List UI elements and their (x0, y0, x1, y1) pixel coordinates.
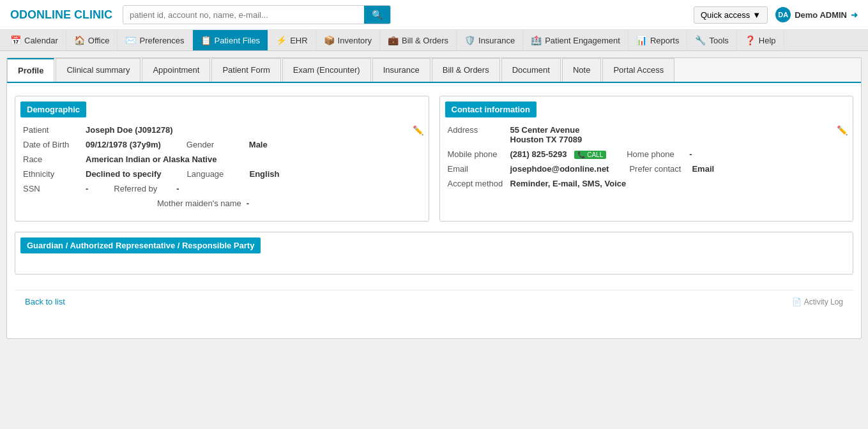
tab-appointment[interactable]: Appointment (142, 58, 210, 82)
dob-label: Date of Birth (23, 140, 80, 149)
mother-maiden-value: - (247, 199, 249, 208)
accept-method-row: Accept method Reminder, E-mail, SMS, Voi… (448, 179, 846, 188)
main-body: Demographic ✏️ Patient Joseph Doe (J0912… (7, 83, 861, 338)
nav-item-patient-files[interactable]: 📋 Patient Files (193, 30, 269, 50)
reports-icon: 📊 (636, 35, 647, 45)
address-line2: Houston TX 77089 (510, 135, 582, 144)
tab-bill-orders[interactable]: Bill & Orders (432, 58, 500, 82)
quick-access-label: Quick access (701, 10, 750, 20)
email-value: josephdoe@odonline.net (510, 164, 609, 174)
race-label: Race (23, 154, 80, 164)
mobile-phone-label: Mobile phone (448, 149, 505, 159)
back-to-list-link[interactable]: Back to list (25, 297, 65, 306)
contact-content: ✏️ Address 55 Center Avenue Houston TX 7… (440, 123, 853, 201)
demographic-header: Demographic (20, 102, 86, 117)
calendar-icon: 📅 (10, 35, 21, 45)
avatar: DA (775, 7, 791, 22)
mother-maiden-row: Mother maiden's name - (23, 199, 421, 208)
language-value: English (249, 169, 279, 179)
guardian-header: Guardian / Authorized Representative / R… (20, 237, 261, 253)
header: ODONLINE CLINIC 🔍 Quick access ▼ DA Demo… (0, 0, 868, 30)
nav-item-tools[interactable]: 🔧 Tools (687, 30, 736, 50)
nav-item-help[interactable]: ❓ Help (737, 30, 784, 50)
ssn-label: SSN (23, 184, 80, 193)
user-info: DA Demo ADMIN ➜ (775, 7, 858, 22)
search-input[interactable] (123, 6, 364, 24)
tab-portal-access[interactable]: Portal Access (602, 58, 674, 82)
home-phone-label: Home phone (627, 149, 684, 159)
ethnicity-label: Ethnicity (23, 169, 80, 179)
gender-label: Gender (187, 140, 244, 149)
inventory-icon: 📦 (324, 35, 335, 45)
content-area: Profile Clinical summary Appointment Pat… (6, 57, 862, 339)
quick-access-button[interactable]: Quick access ▼ (694, 6, 768, 24)
prefer-contact-value: Email (692, 164, 714, 174)
tab-profile[interactable]: Profile (7, 58, 54, 82)
guardian-content (15, 259, 853, 274)
contact-edit-icon[interactable]: ✏️ (837, 125, 848, 135)
prefer-contact-label: Prefer contact (629, 164, 687, 174)
address-label: Address (448, 125, 505, 135)
demographic-section: Demographic ✏️ Patient Joseph Doe (J0912… (15, 96, 429, 222)
referred-by-label: Referred by (114, 184, 171, 193)
accept-method-label: Accept method (448, 179, 505, 188)
accept-method-value: Reminder, E-mail, SMS, Voice (510, 179, 627, 188)
tab-note[interactable]: Note (562, 58, 601, 82)
mobile-home-phone-row: Mobile phone (281) 825-5293 📞 CALL Home … (448, 149, 846, 159)
activity-log-link[interactable]: 📄 Activity Log (792, 297, 843, 306)
bill-icon: 💼 (388, 35, 399, 45)
tab-insurance[interactable]: Insurance (372, 58, 430, 82)
nav-item-reports[interactable]: 📊 Reports (628, 30, 688, 50)
tab-document[interactable]: Document (501, 58, 561, 82)
chevron-down-icon: ▼ (752, 10, 761, 20)
ethnicity-language-row: Ethnicity Declined to specify Language E… (23, 169, 421, 179)
user-name: Demo ADMIN (795, 10, 847, 20)
contact-section: Contact information ✏️ Address 55 Center… (439, 96, 854, 222)
activity-log-icon: 📄 (792, 297, 802, 306)
ehr-icon: ⚡ (276, 35, 287, 45)
gender-value: Male (249, 140, 268, 149)
tools-icon: 🔧 (695, 35, 706, 45)
navbar: 📅 Calendar 🏠 Office ✉️ Preferences 📋 Pat… (0, 30, 868, 51)
language-label: Language (187, 169, 244, 179)
call-badge[interactable]: 📞 CALL (574, 151, 606, 159)
ssn-value: - (86, 184, 88, 193)
tab-patient-form[interactable]: Patient Form (211, 58, 280, 82)
contact-header: Contact information (445, 102, 537, 117)
app-logo: ODONLINE CLINIC (10, 8, 112, 22)
tab-clinical-summary[interactable]: Clinical summary (56, 58, 141, 82)
referred-by-value: - (176, 184, 179, 193)
ethnicity-value: Declined to specify (86, 169, 161, 179)
demographic-content: ✏️ Patient Joseph Doe (J091278) Date of … (15, 123, 429, 221)
help-icon: ❓ (745, 35, 756, 45)
logout-icon[interactable]: ➜ (851, 10, 858, 20)
email-prefer-row: Email josephdoe@odonline.net Prefer cont… (448, 164, 846, 174)
search-bar: 🔍 (123, 5, 391, 24)
search-button[interactable]: 🔍 (364, 6, 390, 24)
nav-item-inventory[interactable]: 📦 Inventory (316, 30, 380, 50)
ssn-field-row: SSN - Referred by - (23, 184, 421, 193)
tab-exam-encounter[interactable]: Exam (Encounter) (282, 58, 371, 82)
dob-gender-row: Date of Birth 09/12/1978 (37y9m) Gender … (23, 140, 421, 149)
tab-bar: Profile Clinical summary Appointment Pat… (7, 58, 861, 83)
nav-item-ehr[interactable]: ⚡ EHR (268, 30, 316, 50)
nav-item-office[interactable]: 🏠 Office (66, 30, 118, 50)
patient-files-icon: 📋 (201, 35, 211, 45)
nav-item-calendar[interactable]: 📅 Calendar (3, 30, 66, 50)
engagement-icon: 🏥 (531, 35, 542, 45)
race-value: American Indian or Alaska Native (86, 154, 217, 164)
race-field-row: Race American Indian or Alaska Native (23, 154, 421, 164)
patient-field-row: Patient Joseph Doe (J091278) (23, 125, 421, 135)
nav-item-insurance[interactable]: 🛡️ Insurance (457, 30, 523, 50)
nav-item-patient-engagement[interactable]: 🏥 Patient Engagement (523, 30, 628, 50)
address-values: 55 Center Avenue Houston TX 77089 (510, 125, 582, 144)
nav-item-bill-orders[interactable]: 💼 Bill & Orders (380, 30, 457, 50)
demographic-edit-icon[interactable]: ✏️ (413, 125, 423, 135)
patient-value: Joseph Doe (J091278) (86, 125, 173, 135)
footer-area: Back to list 📄 Activity Log (15, 290, 853, 313)
mobile-phone-value: (281) 825-5293 (510, 149, 567, 159)
insurance-icon: 🛡️ (464, 35, 475, 45)
nav-item-preferences[interactable]: ✉️ Preferences (118, 30, 192, 50)
address-line1: 55 Center Avenue (510, 125, 582, 135)
email-label: Email (448, 164, 505, 174)
